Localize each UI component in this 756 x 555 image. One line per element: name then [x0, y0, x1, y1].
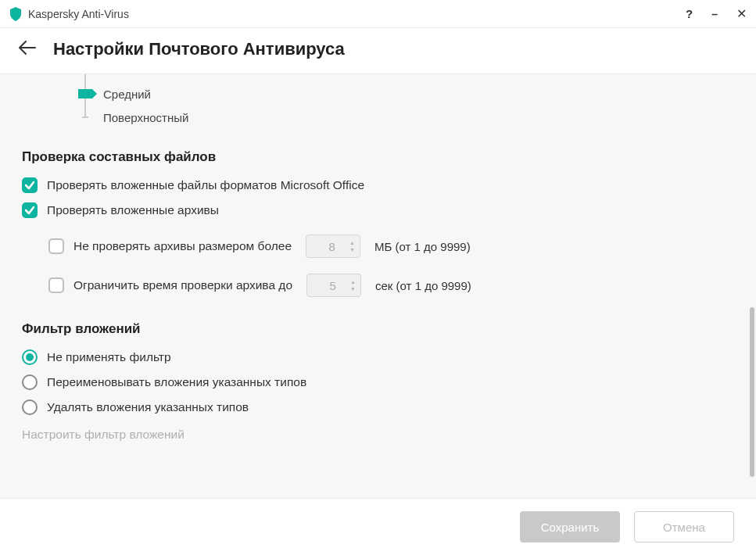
row-check-office[interactable]: Проверять вложенные файлы форматов Micro…: [22, 173, 737, 198]
input-limit-time[interactable]: 5 ▲▼: [306, 274, 361, 297]
label-check-archives: Проверять вложенные архивы: [47, 203, 219, 217]
page-header: Настройки Почтового Антивируса: [0, 28, 756, 74]
scrollbar[interactable]: [748, 74, 754, 498]
row-filter-rename[interactable]: Переименовывать вложения указанных типов: [22, 370, 737, 395]
checkbox-skip-large[interactable]: [48, 238, 64, 254]
shield-icon: [9, 7, 22, 21]
label-limit-time: Ограничить время проверки архива до: [73, 278, 292, 292]
titlebar-right: ? – ✕: [686, 8, 747, 20]
save-button[interactable]: Сохранить: [520, 511, 620, 542]
label-filter-none: Не применять фильтр: [47, 350, 171, 364]
spinner-icon[interactable]: ▲▼: [349, 240, 355, 252]
level-option-low[interactable]: Поверхностный: [103, 111, 188, 124]
titlebar-left: Kaspersky Anti-Virus: [9, 7, 686, 21]
section-attachment-filter: Фильтр вложений: [22, 321, 737, 337]
label-check-office: Проверять вложенные файлы форматов Micro…: [47, 178, 364, 192]
back-button[interactable]: [19, 41, 36, 59]
row-filter-delete[interactable]: Удалять вложения указанных типов: [22, 395, 737, 420]
section-compound-files: Проверка составных файлов: [22, 149, 737, 165]
row-check-archives[interactable]: Проверять вложенные архивы: [22, 198, 737, 223]
radio-filter-rename[interactable]: [22, 374, 38, 390]
content-wrapper: Средний Поверхностный Проверка составных…: [0, 74, 756, 498]
checkbox-office[interactable]: [22, 177, 38, 193]
checkbox-limit-time[interactable]: [48, 278, 64, 293]
security-level-slider[interactable]: Средний Поверхностный: [78, 74, 737, 129]
app-title: Kaspersky Anti-Virus: [28, 8, 129, 20]
page-title: Настройки Почтового Антивируса: [53, 39, 345, 59]
level-tick-icon: [82, 116, 88, 118]
label-skip-large: Не проверять архивы размером более: [73, 239, 292, 253]
label-filter-delete: Удалять вложения указанных типов: [47, 400, 249, 414]
input-skip-large-size[interactable]: 8 ▲▼: [306, 235, 360, 258]
minimize-button[interactable]: –: [711, 9, 718, 20]
value-limit-time: 5: [315, 279, 350, 292]
unit-limit-time: сек (от 1 до 9999): [375, 279, 471, 292]
row-filter-none[interactable]: Не применять фильтр: [22, 345, 737, 370]
link-configure-filter: Настроить фильтр вложений: [22, 428, 737, 442]
unit-skip-large: МБ (от 1 до 9999): [374, 240, 471, 253]
content-area: Средний Поверхностный Проверка составных…: [0, 74, 756, 498]
scrollbar-thumb[interactable]: [750, 307, 754, 477]
footer: Сохранить Отмена: [0, 498, 756, 555]
close-button[interactable]: ✕: [736, 8, 747, 20]
row-limit-time[interactable]: Ограничить время проверки архива до 5 ▲▼…: [48, 270, 737, 301]
spinner-icon[interactable]: ▲▼: [350, 279, 356, 292]
label-filter-rename: Переименовывать вложения указанных типов: [47, 375, 306, 389]
checkbox-archives[interactable]: [22, 202, 38, 218]
radio-filter-none[interactable]: [22, 349, 38, 365]
value-skip-large: 8: [314, 240, 349, 253]
help-button[interactable]: ?: [686, 8, 693, 20]
row-skip-large[interactable]: Не проверять архивы размером более 8 ▲▼ …: [48, 231, 737, 262]
radio-filter-delete[interactable]: [22, 399, 38, 415]
slider-marker-icon[interactable]: [78, 89, 92, 98]
titlebar: Kaspersky Anti-Virus ? – ✕: [0, 0, 756, 28]
level-option-medium[interactable]: Средний: [103, 88, 151, 101]
cancel-button[interactable]: Отмена: [634, 511, 734, 542]
